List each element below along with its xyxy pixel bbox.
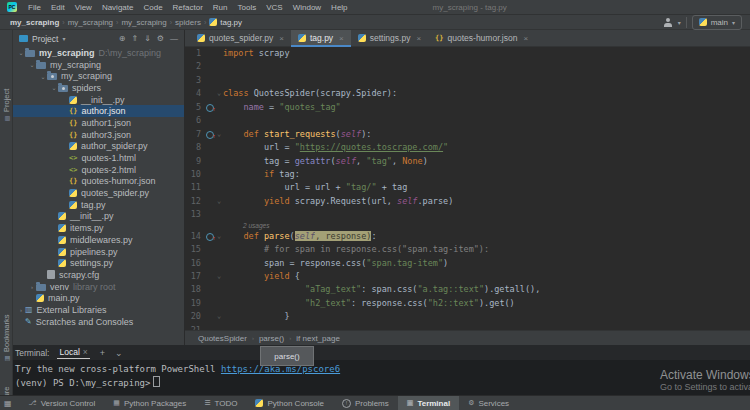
tree-item-venv[interactable]: ›venvlibrary root xyxy=(13,281,185,293)
tree-item-my-scraping[interactable]: ⌄my_scraping xyxy=(13,59,185,71)
settings-icon[interactable]: ⚙ xyxy=(157,34,164,43)
status-item-version-control[interactable]: ⎇Version Control xyxy=(20,396,105,410)
chevron-collapsed-icon[interactable]: › xyxy=(17,307,25,313)
tree-item-my-scraping[interactable]: ⌄my_scraping xyxy=(13,70,185,82)
close-icon[interactable]: × xyxy=(279,34,284,43)
editor-tab-quotes-humor-json[interactable]: {}quotes-humor.json× xyxy=(428,30,535,46)
editor-area: quotes_spider.py×tag.py×settings.py×{}qu… xyxy=(185,30,750,330)
override-gutter-icon[interactable] xyxy=(206,233,214,241)
tree-item-tag-py[interactable]: tag.py xyxy=(13,199,185,211)
close-icon[interactable]: × xyxy=(339,34,344,43)
close-icon[interactable]: × xyxy=(83,347,88,357)
code-line-12: 12⌄ yield scrapy.Request(url, self.parse… xyxy=(185,195,750,208)
tree-item-author1-json[interactable]: {}author1.json xyxy=(13,117,185,129)
chevron-expanded-icon[interactable]: ⌄ xyxy=(28,61,36,68)
tree-item-author-json[interactable]: {}author.json xyxy=(13,105,185,117)
menu-edit[interactable]: Edit xyxy=(46,3,70,12)
tree-item-author3-json[interactable]: {}author3.json xyxy=(13,129,185,141)
collapse-all-icon[interactable]: ⇑ xyxy=(131,34,138,43)
fold-marker-icon[interactable]: ⌄ xyxy=(217,230,221,243)
project-tool-window-header[interactable]: Project ▾ ⊕⇑⇓⚙— xyxy=(13,30,184,47)
hide-icon[interactable]: — xyxy=(170,34,178,43)
fold-marker-icon[interactable]: ⌄ xyxy=(217,270,221,283)
chevron-down-icon[interactable]: ▾ xyxy=(678,19,681,26)
code-segment: "quotes_tag" xyxy=(279,102,340,112)
menu-file[interactable]: File xyxy=(23,3,46,12)
breadcrumb-item-tag-py[interactable]: tag.py xyxy=(207,18,244,27)
status-item-terminal[interactable]: ▣Terminal xyxy=(398,396,459,410)
tree-item-scrapy-cfg[interactable]: scrapy.cfg xyxy=(13,269,185,281)
tree-item-quotes-1-html[interactable]: <>quotes-1.html xyxy=(13,152,185,164)
tree-item-init-py[interactable]: __init__.py xyxy=(13,94,185,106)
code-segment: def xyxy=(243,129,258,139)
tree-item-quotes-2-html[interactable]: <>quotes-2.html xyxy=(13,164,185,176)
tree-item-items-py[interactable]: items.py xyxy=(13,222,185,234)
chevron-expanded-icon[interactable]: ⌄ xyxy=(50,84,58,91)
tree-item-my-scraping[interactable]: ⌄my_scrapingD:\my_scraping xyxy=(13,47,185,59)
breadcrumb-item-spiders[interactable]: spiders xyxy=(173,18,203,27)
tree-item-settings-py[interactable]: settings.py xyxy=(13,257,185,269)
close-icon[interactable]: × xyxy=(416,34,421,43)
python-file-icon xyxy=(58,212,66,220)
status-item-problems[interactable]: !Problems xyxy=(333,396,398,410)
terminal-tab-local[interactable]: Local× xyxy=(57,346,89,359)
menu-help[interactable]: Help xyxy=(326,3,352,12)
breadcrumb-item-my-scraping[interactable]: my_scraping xyxy=(8,18,61,27)
editor-tab-quotes-spider-py[interactable]: quotes_spider.py× xyxy=(190,30,291,46)
editor-breadcrumb-quotesspider[interactable]: QuotesSpider xyxy=(195,334,250,343)
breadcrumb-item-my-scraping[interactable]: my_scraping xyxy=(66,18,115,27)
code-editor[interactable]: 1import scrapy234⌄class QuotesSpider(scr… xyxy=(185,47,750,337)
fold-marker-icon[interactable]: ⌄ xyxy=(217,310,221,323)
chevron-expanded-icon[interactable]: ⌄ xyxy=(17,49,25,56)
close-icon[interactable]: × xyxy=(523,34,528,43)
terminal-output[interactable]: Try the new cross-platform PowerShell ht… xyxy=(13,360,750,390)
tree-item-author-spider-py[interactable]: author_spider.py xyxy=(13,141,185,153)
chevron-down-icon[interactable]: ⌄ xyxy=(115,348,123,358)
tool-window-switcher-icon[interactable]: ▦ xyxy=(4,399,12,408)
menu-refactor[interactable]: Refactor xyxy=(168,3,208,12)
status-item-python-console[interactable]: Python Console xyxy=(246,396,332,410)
fold-marker-icon[interactable]: ⌄ xyxy=(217,195,221,208)
menu-window[interactable]: Window xyxy=(288,3,326,12)
editor-tab-settings-py[interactable]: settings.py× xyxy=(351,30,428,46)
code-text: "h2_text": response.css("h2::text").get(… xyxy=(223,297,515,310)
tool-stripe-project[interactable]: ▤ Project xyxy=(0,58,13,122)
tree-item-scratches-and-consoles[interactable]: ✎Scratches and Consoles xyxy=(13,316,185,328)
breadcrumb-item-my-scraping[interactable]: my_scraping xyxy=(119,18,168,27)
menu-tools[interactable]: Tools xyxy=(233,3,262,12)
editor-breadcrumb-parse[interactable]: parse() xyxy=(256,334,287,343)
editor-tab-tag-py[interactable]: tag.py× xyxy=(291,30,351,46)
menu-code[interactable]: Code xyxy=(138,3,167,12)
new-terminal-button[interactable]: + xyxy=(100,348,105,358)
tree-item-quotes-spider-py[interactable]: quotes_spider.py xyxy=(13,187,185,199)
run-configuration-selector[interactable]: main ▾ xyxy=(692,15,742,30)
status-item-todo[interactable]: ☰TODO xyxy=(195,396,246,410)
status-item-services[interactable]: ⚙Services xyxy=(459,396,518,410)
menu-navigate[interactable]: Navigate xyxy=(97,3,139,12)
usages-inlay-hint[interactable]: 2 usages xyxy=(185,222,750,230)
locate-icon[interactable]: ⊕ xyxy=(119,34,126,43)
tree-item-quotes-humor-json[interactable]: {}quotes-humor.json xyxy=(13,176,185,188)
menu-view[interactable]: View xyxy=(70,3,97,12)
chevron-collapsed-icon[interactable]: › xyxy=(28,284,36,290)
fold-marker-icon[interactable]: ⌄ xyxy=(217,128,221,141)
chevron-expanded-icon[interactable]: ⌄ xyxy=(39,73,47,80)
override-gutter-icon[interactable] xyxy=(206,131,214,139)
tree-item-external-libraries[interactable]: ›▥External Libraries xyxy=(13,304,185,316)
json-file-icon: {} xyxy=(435,34,443,42)
menu-run[interactable]: Run xyxy=(208,3,233,12)
chevron-down-icon[interactable]: ▾ xyxy=(62,35,65,42)
editor-breadcrumb-if-next-page[interactable]: if next_page xyxy=(293,334,343,343)
code-segment: scrapy.Request(url, xyxy=(290,196,397,206)
expand-all-icon[interactable]: ⇓ xyxy=(144,34,151,43)
user-profile-icon[interactable] xyxy=(663,18,673,27)
menu-vcs[interactable]: VCS xyxy=(261,3,287,12)
tree-item-init-py[interactable]: __init__.py xyxy=(13,211,185,223)
override-gutter-icon[interactable] xyxy=(206,104,214,112)
tree-item-main-py[interactable]: main.py xyxy=(13,292,185,304)
tree-item-middlewares-py[interactable]: middlewares.py xyxy=(13,234,185,246)
tree-item-spiders[interactable]: ⌄spiders xyxy=(13,82,185,94)
tree-item-pipelines-py[interactable]: pipelines.py xyxy=(13,246,185,258)
fold-marker-icon[interactable]: ⌄ xyxy=(217,87,221,100)
status-item-python-packages[interactable]: ▦Python Packages xyxy=(104,396,195,410)
